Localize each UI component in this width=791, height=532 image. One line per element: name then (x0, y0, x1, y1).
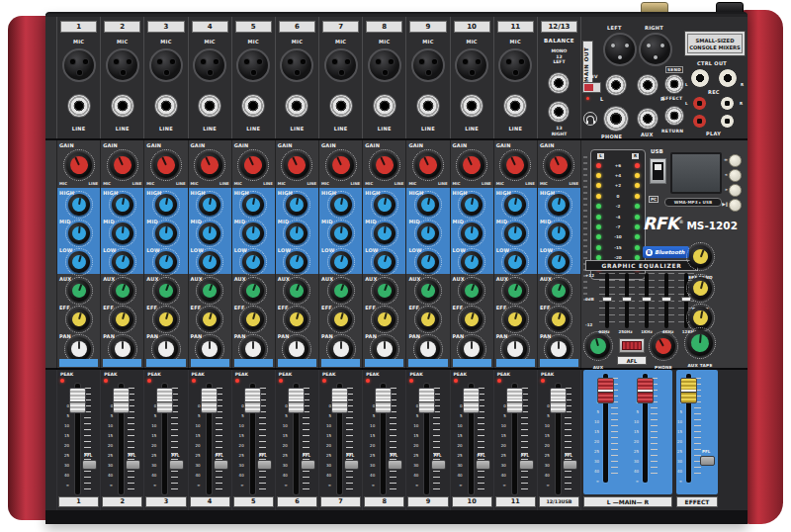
channel-fader[interactable] (506, 388, 523, 413)
high-knob[interactable] (286, 194, 308, 216)
high-knob[interactable] (155, 194, 177, 216)
mid-knob[interactable] (548, 222, 570, 244)
pan-knob[interactable] (547, 337, 571, 361)
afl-button[interactable] (619, 338, 645, 353)
eq-slider-cap[interactable] (642, 297, 652, 302)
aux-knob[interactable] (417, 280, 439, 302)
low-knob[interactable] (374, 251, 396, 273)
delay-knob[interactable] (689, 277, 712, 300)
high-knob[interactable] (548, 194, 570, 216)
low-knob[interactable] (242, 251, 264, 273)
pfl-button[interactable] (476, 460, 490, 470)
master-fader[interactable] (637, 378, 654, 403)
eff-knob[interactable] (417, 309, 439, 330)
gain-knob[interactable] (284, 152, 309, 178)
eff-knob[interactable] (461, 309, 483, 330)
low-knob[interactable] (68, 251, 90, 273)
channel-fader[interactable] (69, 388, 86, 413)
eff-knob[interactable] (548, 309, 570, 330)
pfl-button[interactable] (301, 460, 315, 470)
eq-slider-cap[interactable] (661, 297, 671, 302)
low-knob[interactable] (461, 251, 483, 273)
pan-knob[interactable] (241, 337, 265, 361)
high-knob[interactable] (504, 194, 526, 216)
low-knob[interactable] (417, 251, 439, 273)
channel-fader[interactable] (244, 388, 261, 413)
pan-knob[interactable] (416, 337, 440, 361)
channel-fader[interactable] (550, 388, 567, 413)
mid-knob[interactable] (112, 222, 133, 244)
channel-fader[interactable] (113, 388, 130, 413)
high-knob[interactable] (461, 194, 483, 216)
gain-knob[interactable] (372, 152, 397, 178)
master-fader[interactable] (680, 378, 697, 403)
low-knob[interactable] (330, 251, 352, 273)
master-fader[interactable] (597, 378, 614, 403)
pfl-button[interactable] (126, 460, 140, 470)
eff-send-knob[interactable] (689, 245, 712, 268)
usb-port[interactable] (650, 158, 666, 184)
eq-slider-cap[interactable] (602, 297, 612, 302)
low-knob[interactable] (155, 251, 177, 273)
eq-slider-cap[interactable] (622, 297, 632, 302)
aux-knob[interactable] (199, 280, 220, 302)
pan-knob[interactable] (503, 337, 527, 361)
pfl-button[interactable] (344, 460, 359, 470)
aux-knob[interactable] (68, 280, 90, 302)
pan-knob[interactable] (329, 337, 353, 361)
high-knob[interactable] (112, 194, 133, 216)
pan-knob[interactable] (111, 337, 134, 361)
channel-fader[interactable] (201, 388, 218, 413)
repeat-button[interactable] (729, 154, 742, 167)
high-knob[interactable] (68, 194, 90, 216)
pfl-button[interactable] (214, 460, 228, 470)
pfl-button[interactable] (563, 460, 577, 470)
high-knob[interactable] (374, 194, 396, 216)
eff-knob[interactable] (504, 309, 526, 330)
aux-knob[interactable] (330, 280, 352, 302)
gain-knob[interactable] (328, 152, 354, 178)
pfl-button[interactable] (169, 460, 184, 470)
high-knob[interactable] (417, 194, 439, 216)
channel-fader[interactable] (156, 388, 173, 413)
high-knob[interactable] (330, 194, 352, 216)
pfl-button[interactable] (257, 460, 272, 470)
gain-knob[interactable] (459, 152, 484, 178)
eff-knob[interactable] (374, 309, 396, 330)
aux-tape-knob[interactable] (687, 330, 713, 356)
channel-fader[interactable] (418, 388, 435, 413)
eff-knob[interactable] (112, 309, 133, 330)
aux-knob[interactable] (548, 280, 570, 302)
pfl-button[interactable] (519, 460, 534, 470)
mid-knob[interactable] (286, 222, 308, 244)
mid-knob[interactable] (199, 222, 220, 244)
phantom-power-switch[interactable] (582, 82, 601, 93)
gain-knob[interactable] (153, 152, 179, 178)
pan-knob[interactable] (198, 337, 221, 361)
pan-knob[interactable] (154, 337, 178, 361)
aux-knob[interactable] (504, 280, 526, 302)
pan-knob[interactable] (285, 337, 308, 361)
eff-knob[interactable] (286, 309, 308, 330)
aux-knob[interactable] (242, 280, 264, 302)
previous-button[interactable] (729, 169, 742, 182)
eff-knob[interactable] (68, 309, 90, 330)
high-knob[interactable] (199, 194, 220, 216)
gain-knob[interactable] (110, 152, 135, 178)
aux-knob[interactable] (155, 280, 177, 302)
gain-knob[interactable] (197, 152, 222, 178)
pan-knob[interactable] (373, 337, 396, 361)
pfl-button[interactable] (388, 460, 402, 470)
pan-knob[interactable] (460, 337, 483, 361)
reverb-knob[interactable] (689, 307, 712, 329)
pfl-button[interactable] (431, 460, 446, 470)
mid-knob[interactable] (504, 222, 526, 244)
low-knob[interactable] (548, 251, 570, 273)
mid-knob[interactable] (155, 222, 177, 244)
low-knob[interactable] (199, 251, 220, 273)
gain-knob[interactable] (415, 152, 441, 178)
mid-knob[interactable] (242, 222, 264, 244)
eff-knob[interactable] (199, 309, 220, 330)
low-knob[interactable] (504, 251, 526, 273)
high-knob[interactable] (242, 194, 264, 216)
